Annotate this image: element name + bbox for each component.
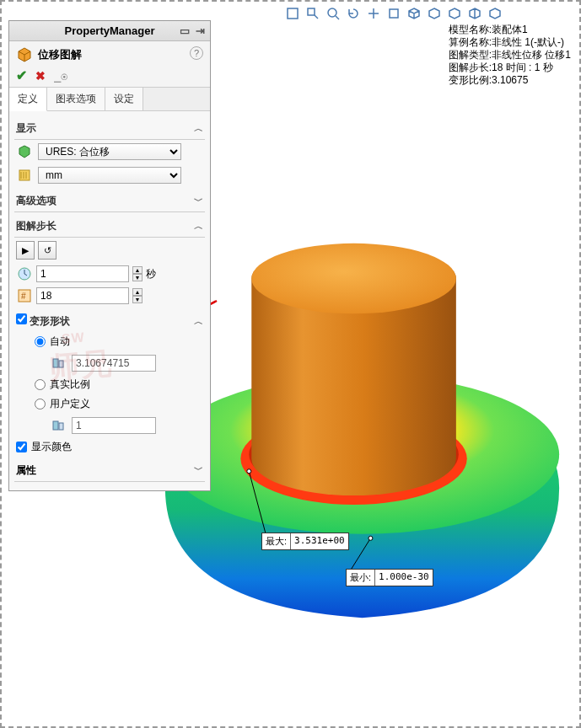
svg-rect-9 [59, 361, 63, 367]
tab-row: 定义 图表选项 设定 [9, 88, 210, 111]
svg-rect-0 [288, 8, 298, 19]
step-up[interactable]: ▲ [132, 288, 143, 296]
section-display-title: 显示 [16, 121, 36, 136]
help-icon[interactable]: ? [190, 46, 203, 60]
step-icon: # [16, 287, 33, 304]
pm-confirm-row: ✔ ✖ ⎯◉ [9, 65, 210, 88]
section-step: 图解步长 ︿ ▶ ↺ ▲▼ 秒 # ▲▼ [14, 216, 205, 307]
view-more-icon[interactable] [487, 5, 503, 22]
scale-icon [50, 355, 67, 372]
time-up[interactable]: ▲ [132, 266, 143, 274]
zoom-icon[interactable] [325, 5, 342, 22]
view-toolbar [284, 5, 503, 22]
section-advanced: 高级选项 ﹀ [14, 190, 205, 212]
svg-text:#: # [21, 292, 26, 301]
callout-min[interactable]: 最小: 1.000e-30 [346, 569, 433, 586]
rotate-icon[interactable] [345, 5, 362, 22]
scale-icon [50, 417, 67, 434]
deform-enable-checkbox[interactable] [16, 313, 27, 324]
svg-point-20 [369, 536, 373, 540]
section-advanced-title: 高级选项 [16, 194, 56, 208]
ok-button[interactable]: ✔ [16, 67, 27, 83]
section-deform-title: 变形形状 [30, 315, 70, 327]
collapse-icon[interactable]: ︿ [194, 220, 203, 233]
section-display: 显示 ︿ URES: 合位移 mm [14, 118, 205, 187]
loop-button[interactable]: ↺ [38, 241, 56, 260]
deform-user-radio[interactable] [35, 399, 46, 410]
header-pin-icon[interactable]: ⇥ [193, 24, 207, 37]
deform-true-label: 真实比例 [50, 377, 90, 392]
tab-definition[interactable]: 定义 [9, 88, 47, 111]
section-deform: 变形形状 ︿ 自动 真实比例 用户定义 [14, 310, 205, 457]
user-scale-value [72, 417, 156, 434]
section-icon[interactable] [466, 5, 483, 22]
step-down[interactable]: ▼ [132, 296, 143, 303]
pm-header-title: PropertyManager [65, 24, 155, 37]
svg-rect-10 [53, 421, 58, 430]
view-front-icon[interactable] [385, 5, 402, 22]
deform-user-label: 用户定义 [50, 397, 90, 411]
callout-min-value: 1.000e-30 [375, 570, 433, 586]
pushpin-icon[interactable]: ⎯◉ [54, 69, 67, 83]
component-icon [16, 143, 33, 160]
pan-icon[interactable] [365, 5, 382, 22]
section-properties-title: 属性 [16, 463, 36, 478]
tab-chart-options[interactable]: 图表选项 [47, 88, 105, 110]
show-color-label: 显示颜色 [31, 440, 72, 454]
deform-auto-label: 自动 [50, 335, 70, 349]
section-step-title: 图解步长 [16, 219, 56, 233]
time-unit-label: 秒 [146, 267, 156, 281]
collapse-icon[interactable]: ︿ [194, 122, 203, 135]
svg-point-2 [328, 8, 336, 17]
tab-settings[interactable]: 设定 [105, 88, 143, 110]
deform-auto-radio[interactable] [35, 336, 46, 347]
pm-title: 位移图解 [38, 47, 82, 62]
callout-max-value: 3.531e+00 [291, 533, 348, 549]
unit-icon [16, 167, 33, 184]
view-iso3-icon[interactable] [446, 5, 463, 22]
time-input[interactable] [36, 265, 129, 282]
step-input[interactable] [36, 287, 129, 304]
view-iso1-icon[interactable] [406, 5, 422, 22]
deform-true-radio[interactable] [35, 379, 46, 390]
time-icon [16, 265, 33, 282]
callout-max-name: 最大: [262, 533, 291, 549]
callout-max[interactable]: 最大: 3.531e+00 [261, 533, 349, 550]
pm-title-row: 位移图解 ? [9, 41, 210, 65]
svg-rect-11 [59, 423, 63, 430]
play-button[interactable]: ▶ [16, 241, 35, 260]
svg-point-18 [247, 469, 251, 474]
header-tab-icon[interactable]: ▭ [178, 24, 191, 37]
expand-icon[interactable]: ﹀ [194, 463, 203, 478]
section-properties: 属性 ﹀ [14, 460, 205, 482]
svg-rect-1 [308, 8, 315, 15]
svg-rect-8 [53, 359, 58, 367]
svg-rect-3 [390, 9, 398, 18]
show-color-checkbox[interactable] [16, 442, 27, 452]
property-manager-panel: PropertyManager ▭ ⇥ 位移图解 ? ✔ ✖ ⎯◉ 定义 图表选… [8, 20, 211, 491]
collapse-icon[interactable]: ︿ [194, 315, 203, 328]
auto-scale-value [72, 355, 156, 372]
unit-select[interactable]: mm [38, 167, 181, 184]
expand-icon[interactable]: ﹀ [194, 195, 203, 207]
callout-min-name: 最小: [347, 570, 375, 586]
view-iso2-icon[interactable] [426, 5, 443, 22]
zoom-fit-icon[interactable] [284, 5, 301, 22]
svg-point-16 [251, 244, 456, 314]
time-down[interactable]: ▼ [132, 274, 143, 281]
model-info-overlay: 模型名称:装配体1 算例名称:非线性 1(-默认-) 图解类型:非线性位移 位移… [449, 24, 571, 87]
zoom-area-icon[interactable] [304, 5, 321, 22]
cancel-button[interactable]: ✖ [35, 69, 46, 83]
displacement-plot-icon [16, 46, 33, 63]
component-select[interactable]: URES: 合位移 [38, 143, 181, 160]
pm-header: PropertyManager ▭ ⇥ [9, 21, 210, 41]
